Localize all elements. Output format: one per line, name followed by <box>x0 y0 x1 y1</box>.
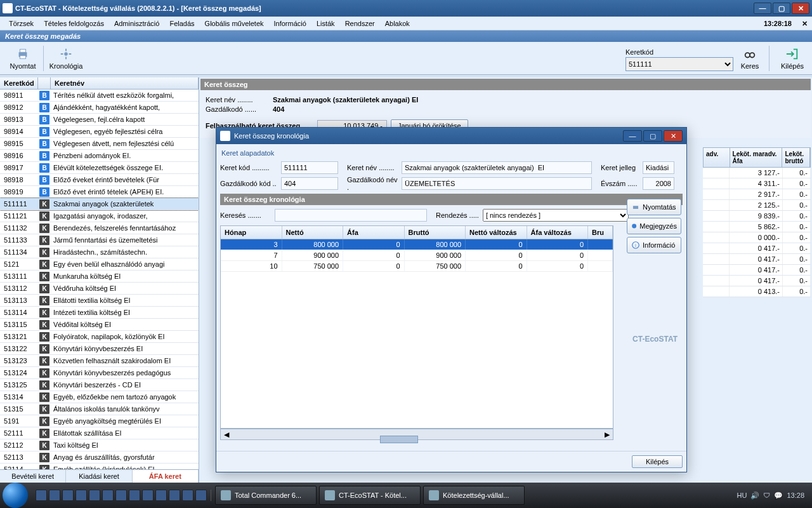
minimize-button[interactable]: — <box>754 3 771 14</box>
table-row[interactable]: 9 839.-0.- <box>703 211 811 222</box>
search-button[interactable]: Keres <box>737 46 763 71</box>
col-afavalt[interactable]: Áfa változás <box>527 226 589 239</box>
list-item[interactable]: 51314KEgyéb, előzőekbe nem tartozó anyag… <box>0 391 199 403</box>
list-item[interactable]: 513112KVédőruha költség EI <box>0 283 199 295</box>
lang-indicator[interactable]: HU <box>737 491 747 499</box>
list-item[interactable]: 98913BVégelegesen, fejl.célra kapott <box>0 114 199 126</box>
list-item[interactable]: 511111KSzakmai anyagok (szakterületek <box>0 198 199 210</box>
keretnev-input[interactable] <box>402 161 592 174</box>
modal-note-button[interactable]: Megjegyzés <box>627 218 681 234</box>
table-row[interactable]: 0 000.-0.- <box>703 232 811 243</box>
ql-item[interactable] <box>155 490 167 501</box>
tray-icon[interactable]: 🔊 <box>750 491 759 500</box>
modal-print-button[interactable]: Nyomtatás <box>627 199 681 215</box>
list-item[interactable]: 52113KAnyag és áruszállítás, gyorsfutár <box>0 451 199 464</box>
table-row[interactable]: 0 417.-0.- <box>703 265 811 276</box>
list-item[interactable]: 98912BAjándékként, hagyatékként kapott, <box>0 102 199 114</box>
list-item[interactable]: 98915BVéglegesen átvett, nem fejlesztési… <box>0 138 199 150</box>
system-tray[interactable]: HU 🔊 🛡 💬 13:28 <box>732 491 809 500</box>
table-row[interactable]: 2 917.-0.- <box>703 189 811 200</box>
table-row[interactable]: 0 417.-0.- <box>703 276 811 286</box>
keretkod-select[interactable]: 511111 <box>625 57 733 71</box>
ql-item[interactable] <box>142 490 154 501</box>
table-row[interactable]: 5 862.-0.- <box>703 222 811 232</box>
ql-item[interactable] <box>129 490 140 501</box>
col-netto[interactable]: Nettó <box>282 226 344 239</box>
gazdnev-input[interactable] <box>402 177 592 190</box>
list-item[interactable]: 52112KTaxi költség EI <box>0 439 199 451</box>
list-item[interactable]: 513114KIntézeti textilia költség EI <box>0 307 199 319</box>
col-keretkod[interactable]: Keretkód <box>0 77 38 89</box>
table-row[interactable]: 0 417.-0.- <box>703 254 811 265</box>
ql-item[interactable] <box>62 490 74 501</box>
keretjelleg-input[interactable] <box>643 161 674 174</box>
menu-rendszer[interactable]: Rendszer <box>340 18 380 29</box>
list-item[interactable]: 511134KHiradástechn., számítástechn. <box>0 246 199 258</box>
modal-maximize-button[interactable]: ▢ <box>643 130 662 142</box>
list-item[interactable]: 511133KJármű fenntartási és üzemeltetési <box>0 234 199 246</box>
scroll-left-button[interactable]: ◀ <box>221 431 232 439</box>
menu-teteles[interactable]: Tételes feldolgozás <box>39 18 109 29</box>
list-item[interactable]: 511132KBerendezés, felszerelés fenntartá… <box>0 222 199 234</box>
menu-feladas[interactable]: Feladás <box>164 18 199 29</box>
list-item[interactable]: 513124KKönyvtári könyvbeszerzés pedagógu… <box>0 367 199 379</box>
horizontal-scrollbar[interactable]: ◀ ▶ <box>220 429 613 440</box>
col-brutto[interactable]: Bruttó <box>405 226 466 239</box>
tab-afa[interactable]: ÁFA keret <box>133 470 199 483</box>
list-item[interactable]: 511121KIgazgatási anyagok, irodaszer, <box>0 210 199 222</box>
ql-item[interactable] <box>36 490 47 501</box>
left-grid[interactable]: 98911BTérítés nélkül átvett eszközök for… <box>0 90 199 469</box>
maximize-button[interactable]: ▢ <box>773 3 790 14</box>
modal-minimize-button[interactable]: — <box>623 130 642 142</box>
table-row[interactable]: 0 413.-0.- <box>703 286 811 297</box>
print-button[interactable]: Nyomtat <box>5 46 41 71</box>
menu-ablakok[interactable]: Ablakok <box>380 18 415 29</box>
col-brutto[interactable]: Leköt. bruttó <box>782 148 810 167</box>
col-maradv[interactable]: Leköt. maradv. Áfa <box>730 148 783 167</box>
list-item[interactable]: 98916BPénzbeni adományok EI. <box>0 150 199 162</box>
ql-item[interactable] <box>75 490 87 501</box>
ql-item[interactable] <box>169 490 180 501</box>
table-row[interactable]: 4 311.-0.- <box>703 178 811 189</box>
modal-close-button[interactable]: ✕ <box>664 130 683 142</box>
col-type[interactable] <box>38 77 51 89</box>
table-row[interactable]: 3800 0000800 00000 <box>221 239 613 250</box>
table-row[interactable]: 10750 0000750 00000 <box>221 261 613 272</box>
list-item[interactable]: 513113KEllátotti textilia költség EI <box>0 295 199 307</box>
exit-button[interactable]: Kilépés <box>778 46 807 71</box>
sort-select[interactable]: [ nincs rendezés ] <box>483 209 629 222</box>
mdi-close-button[interactable]: ✕ <box>797 18 808 29</box>
list-item[interactable]: 513122KKönyvtári könyvbeszerzés EI <box>0 343 199 355</box>
close-button[interactable]: ✕ <box>792 3 809 14</box>
scroll-right-button[interactable]: ▶ <box>601 431 613 439</box>
tray-icon[interactable]: 🛡 <box>763 491 770 499</box>
ql-item[interactable] <box>89 490 100 501</box>
ql-item[interactable] <box>49 490 60 501</box>
menu-admin[interactable]: Adminisztráció <box>109 18 165 29</box>
taskbar-task[interactable]: CT-EcoSTAT - Kötel... <box>319 486 421 505</box>
ql-item[interactable] <box>102 490 114 501</box>
tray-icon[interactable]: 💬 <box>774 491 783 500</box>
list-item[interactable]: 52114KEgyéb szállítás (kirándulások) EI <box>0 464 199 469</box>
list-item[interactable]: 98911BTérítés nélkül átvett eszközök for… <box>0 90 199 102</box>
table-row[interactable]: 0 417.-0.- <box>703 243 811 254</box>
table-row[interactable]: 2 125.-0.- <box>703 200 811 211</box>
modal-info-button[interactable]: i Információ <box>627 237 681 253</box>
gazdkod-input[interactable] <box>281 177 338 190</box>
list-item[interactable]: 513111KMunkaruha költség EI <box>0 271 199 283</box>
list-item[interactable]: 5191KEgyéb anyagköltség megtérülés EI <box>0 415 199 427</box>
taskbar-task[interactable]: Kötelezettség-vállal... <box>423 486 525 505</box>
start-button[interactable] <box>3 483 28 508</box>
col-bru[interactable]: Bru <box>588 226 613 239</box>
evszam-input[interactable] <box>643 177 674 190</box>
col-honap[interactable]: Hónap <box>221 226 282 239</box>
chronology-button[interactable]: Kronológia <box>48 46 84 71</box>
table-row[interactable]: 7900 0000900 00000 <box>221 250 613 261</box>
ql-item[interactable] <box>195 490 207 501</box>
list-item[interactable]: 52111KEllátottak szállítása EI <box>0 427 199 439</box>
tab-beveteli[interactable]: Bevételi keret <box>0 470 66 483</box>
list-item[interactable]: 98919BElőző évet érintő tételek (APEH) E… <box>0 186 199 198</box>
keretkod-input[interactable] <box>281 161 338 174</box>
chronology-grid[interactable]: Hónap Nettó Áfa Bruttó Nettó változás Áf… <box>220 225 613 429</box>
tab-kiadasi[interactable]: Kiadási keret <box>66 470 132 483</box>
